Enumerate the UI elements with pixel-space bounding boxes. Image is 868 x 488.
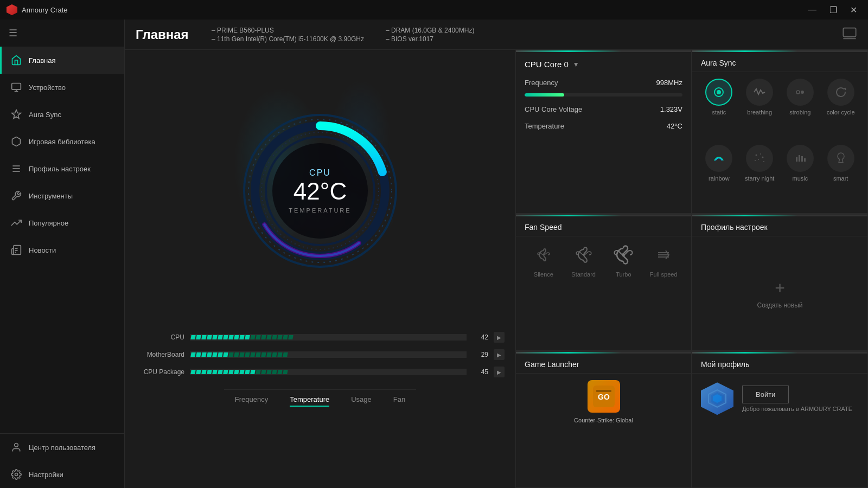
- sidebar-label-popular: Популярное: [29, 219, 68, 227]
- sidebar-item-aura[interactable]: Aura Sync: [0, 101, 124, 128]
- create-new-profile-button[interactable]: + Создать новый: [757, 278, 803, 309]
- maximize-button[interactable]: ❐: [825, 4, 841, 16]
- temperature-value: 42°C: [667, 122, 682, 130]
- titlebar: Armoury Crate — ❐ ✕: [0, 0, 868, 20]
- bar-label-motherboard: MotherBoard: [136, 351, 184, 358]
- fan-full-speed-label: Full speed: [650, 271, 678, 278]
- svg-point-11: [15, 473, 18, 476]
- settings-icon: [10, 468, 22, 480]
- profile-avatar: [701, 382, 733, 415]
- csgo-icon: GO: [588, 380, 620, 413]
- sidebar-item-home[interactable]: Главная: [0, 47, 124, 74]
- create-label: Создать новый: [757, 301, 803, 309]
- cpu-voltage-row: CPU Core Voltage 1.323V: [516, 101, 691, 118]
- sidebar-item-popular[interactable]: Популярное: [0, 209, 124, 236]
- svg-rect-12: [843, 28, 856, 37]
- sidebar-label-user-center: Центр пользователя: [29, 444, 95, 452]
- fan-mode-full-speed[interactable]: Full speed: [644, 243, 682, 278]
- svg-point-26: [796, 91, 800, 94]
- temperature-label: Temperature: [525, 122, 564, 130]
- music-label: music: [793, 175, 808, 182]
- starry-night-label: starry night: [745, 175, 774, 182]
- cpu-core-selector[interactable]: CPU Core 0 ▼: [516, 52, 691, 74]
- left-panel: CPU 42°C TEMPERATURE CPU: [125, 50, 515, 488]
- tab-frequency[interactable]: Frequency: [235, 395, 268, 407]
- app-title: Armoury Crate: [22, 6, 68, 14]
- svg-point-28: [756, 155, 757, 156]
- bar-arrow-cpu-package[interactable]: ▶: [494, 367, 505, 377]
- breathing-icon: [746, 79, 773, 106]
- news-icon: [10, 244, 22, 256]
- svg-rect-37: [804, 158, 806, 162]
- app-icon: [7, 4, 17, 15]
- sidebar-item-settings[interactable]: Настройки: [0, 461, 124, 488]
- svg-rect-36: [801, 156, 803, 162]
- dropdown-arrow-icon[interactable]: ▼: [573, 61, 579, 68]
- fan-turbo-label: Turbo: [616, 271, 631, 278]
- topbar: Главная – PRIME B560-PLUS – 11th Gen Int…: [125, 20, 868, 50]
- game-item-csgo[interactable]: GO Counter-Strike: Global: [516, 374, 691, 430]
- topbar-mem-info: – DRAM (16.0GB & 2400MHz) – BIOS ver.101…: [386, 27, 474, 43]
- login-button[interactable]: Войти: [742, 386, 789, 403]
- bar-row-cpu-package: CPU Package: [136, 367, 505, 377]
- sidebar-label-home: Главная: [29, 56, 55, 65]
- svg-text:GO: GO: [598, 393, 610, 401]
- aura-effect-rainbow[interactable]: rainbow: [701, 145, 737, 207]
- svg-rect-35: [799, 155, 800, 162]
- sidebar-item-tools[interactable]: Инструменты: [0, 182, 124, 209]
- profile-panel-header: Профиль настроек: [692, 216, 867, 236]
- aura-effect-strobing[interactable]: strobing: [782, 79, 819, 140]
- close-button[interactable]: ✕: [846, 4, 861, 16]
- strobing-icon: [787, 79, 814, 106]
- content-area: Главная – PRIME B560-PLUS – 11th Gen Int…: [125, 20, 868, 488]
- bar-label-cpu-package: CPU Package: [136, 368, 184, 376]
- sidebar-item-device[interactable]: Устройство: [0, 74, 124, 101]
- aura-effect-static[interactable]: static: [701, 79, 737, 140]
- rainbow-label: rainbow: [709, 175, 730, 182]
- sidebar-label-settings: Настройки: [29, 471, 63, 479]
- tab-usage[interactable]: Usage: [351, 395, 372, 407]
- tools-icon: [10, 190, 22, 202]
- right-panels: CPU Core 0 ▼ Frequency 998MHz CPU Core V…: [515, 50, 868, 488]
- cpu-gauge-label: CPU: [289, 168, 351, 178]
- cpu-freq-bar: [525, 93, 682, 97]
- profile-create-area: + Создать новый: [692, 236, 867, 350]
- home-icon: [10, 54, 22, 66]
- bar-value-cpu: 42: [472, 333, 488, 341]
- sidebar-label-aura: Aura Sync: [29, 111, 61, 119]
- smart-label: smart: [833, 175, 848, 182]
- cpu-ring: CPU 42°C TEMPERATURE: [239, 110, 401, 272]
- welcome-text: Добро пожаловать в ARMOURY CRATE: [742, 406, 852, 412]
- main-layout: ☰ Главная Устройство: [0, 20, 868, 488]
- sidebar-item-user-center[interactable]: Центр пользователя: [0, 434, 124, 461]
- cpu-center: CPU 42°C TEMPERATURE: [289, 168, 351, 214]
- tab-fan[interactable]: Fan: [393, 395, 405, 407]
- sidebar-item-profiles[interactable]: Профиль настроек: [0, 155, 124, 182]
- minimize-button[interactable]: —: [803, 4, 821, 16]
- bar-arrow-motherboard[interactable]: ▶: [494, 349, 505, 360]
- menu-toggle-button[interactable]: ☰: [0, 20, 124, 47]
- aura-effect-music[interactable]: music: [782, 145, 819, 207]
- myprofile-panel-header: Мой профиль: [692, 354, 867, 374]
- aura-effect-starry-night[interactable]: starry night: [742, 145, 778, 207]
- fan-speed-panel: Fan Speed: [515, 214, 692, 351]
- svg-point-10: [15, 444, 18, 447]
- fan-mode-turbo[interactable]: Turbo: [605, 243, 643, 278]
- svg-point-27: [801, 91, 804, 94]
- profile-panel-title: Профиль настроек: [701, 223, 768, 232]
- sidebar-label-tools: Инструменты: [29, 192, 73, 200]
- aura-effect-breathing[interactable]: breathing: [742, 79, 778, 140]
- bar-arrow-cpu[interactable]: ▶: [494, 332, 505, 343]
- svg-point-29: [760, 153, 761, 155]
- static-label: static: [712, 109, 726, 115]
- color-cycle-label: color cycle: [827, 109, 855, 115]
- svg-point-39: [583, 254, 585, 256]
- fan-mode-silence[interactable]: Silence: [525, 243, 563, 278]
- aura-effect-smart[interactable]: smart: [822, 145, 859, 207]
- tab-temperature[interactable]: Temperature: [290, 395, 329, 407]
- music-icon: [787, 145, 814, 172]
- fan-mode-standard[interactable]: Standard: [565, 243, 603, 278]
- sidebar-item-library[interactable]: Игровая библиотека: [0, 128, 124, 155]
- sidebar-item-news[interactable]: Новости: [0, 236, 124, 264]
- aura-effect-color-cycle[interactable]: color cycle: [822, 79, 859, 140]
